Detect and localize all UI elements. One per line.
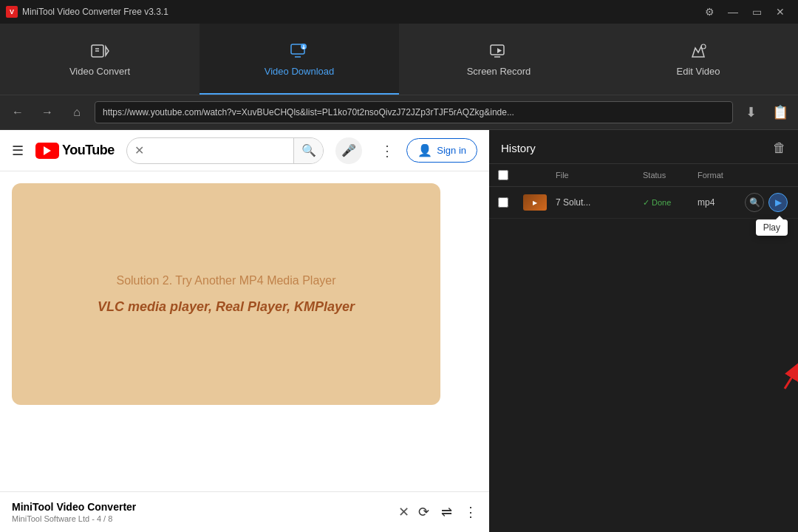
maximize-button[interactable]: ▭ [745,0,768,24]
youtube-logo[interactable]: YouTube [35,143,115,159]
app-title: MiniTool Video Converter Free v3.3.1 [22,7,168,17]
filename: 7 Solut... [556,197,640,208]
sign-in-button[interactable]: 👤 Sign in [406,138,477,163]
banner-more-icon[interactable]: ⋮ [464,504,477,520]
minimize-button[interactable]: — [721,0,745,24]
row-actions: 🔍 ▶ Play [745,193,789,212]
close-button[interactable]: ✕ [768,0,792,24]
repeat-icon[interactable]: ⟳ [418,504,429,520]
tab-video-convert[interactable]: Video Convert [0,24,200,95]
svg-line-15 [785,359,798,389]
history-title: History [501,142,536,154]
forward-button[interactable]: → [35,100,59,124]
history-header: History 🗑 [489,130,798,164]
search-clear-icon[interactable]: ✕ [127,143,151,157]
tab-edit-video-label: Edit Video [676,66,720,77]
banner-subtitle: MiniTool Software Ltd - 4 / 8 [12,514,389,523]
window-controls: ⚙ — ▭ ✕ [698,0,792,24]
tab-video-download-label: Video Download [265,66,334,77]
back-button[interactable]: ← [6,100,30,124]
format-label: mp4 [698,197,742,208]
tab-edit-video[interactable]: Edit Video [598,24,798,95]
col-file: File [556,171,640,180]
banner-title-group: MiniTool Video Converter MiniTool Softwa… [12,501,389,523]
search-button[interactable]: 🔍 [293,137,323,164]
tab-video-convert-label: Video Convert [69,66,130,77]
more-options-icon[interactable]: ⋮ [380,142,395,160]
annotation-arrow [726,344,798,403]
url-input[interactable] [95,101,733,123]
search-input[interactable] [151,145,293,157]
address-bar: ← → ⌂ ⬇ 📋 [0,95,798,130]
history-table-header: File Status Format [489,164,798,187]
mic-button[interactable]: 🎤 [335,137,362,164]
view-button[interactable]: 🔍 [745,193,764,212]
title-bar: V MiniTool Video Converter Free v3.3.1 ⚙… [0,0,798,24]
play-tooltip: Play [756,219,788,236]
download-button[interactable]: ⬇ [739,100,763,124]
history-panel: History 🗑 File Status Format ▶ 7 Solut..… [489,130,798,532]
banner-close-button[interactable]: ✕ [398,504,409,520]
svg-point-13 [701,44,706,49]
video-thumbnail: Solution 2. Try Another MP4 Media Player… [12,183,440,405]
col-format: Format [698,171,742,180]
video-thumbnail-small: ▶ [523,194,547,211]
search-bar[interactable]: ✕ 🔍 [126,137,324,164]
settings-button[interactable]: ⚙ [698,0,721,24]
browser-panel: ☰ YouTube ✕ 🔍 🎤 ⋮ 👤 Sign in Solution 2. … [0,130,489,532]
play-button-container: ▶ Play [768,193,788,212]
app-logo: V [6,6,18,18]
main-content: ☰ YouTube ✕ 🔍 🎤 ⋮ 👤 Sign in Solution 2. … [0,130,798,532]
youtube-header: ☰ YouTube ✕ 🔍 🎤 ⋮ 👤 Sign in [0,130,489,171]
svg-marker-1 [106,47,109,55]
video-subtitle: Solution 2. Try Another MP4 Media Player [116,274,335,287]
status-badge: ✓ Done [643,198,695,208]
row-checkbox[interactable] [498,197,508,208]
tab-screen-record[interactable]: Screen Record [399,24,598,95]
select-all-checkbox[interactable] [498,170,508,180]
user-icon: 👤 [417,143,432,157]
youtube-logo-text: YouTube [62,143,115,158]
menu-icon[interactable]: ☰ [12,143,24,159]
banner-controls: ⟳ ⇌ ⋮ [418,504,477,520]
home-button[interactable]: ⌂ [65,100,89,124]
col-status: Status [643,171,695,180]
clipboard-button[interactable]: 📋 [768,100,792,124]
tab-video-download[interactable]: Video Download [200,24,399,95]
sign-in-label: Sign in [437,145,466,156]
banner-title: MiniTool Video Converter [12,501,389,513]
nav-bar: Video Convert Video Download Screen Reco… [0,24,798,95]
shuffle-icon[interactable]: ⇌ [441,504,452,520]
video-title: VLC media player, Real Player, KMPlayer [98,299,355,315]
table-row: ▶ 7 Solut... ✓ Done mp4 🔍 ▶ Play [489,187,798,219]
play-button[interactable]: ▶ [768,193,788,212]
youtube-logo-icon [35,143,59,159]
tab-screen-record-label: Screen Record [467,66,531,77]
svg-marker-11 [497,48,502,53]
video-area: Solution 2. Try Another MP4 Media Player… [0,171,489,491]
delete-history-button[interactable]: 🗑 [773,140,786,156]
bottom-banner: MiniTool Video Converter MiniTool Softwa… [0,491,489,532]
